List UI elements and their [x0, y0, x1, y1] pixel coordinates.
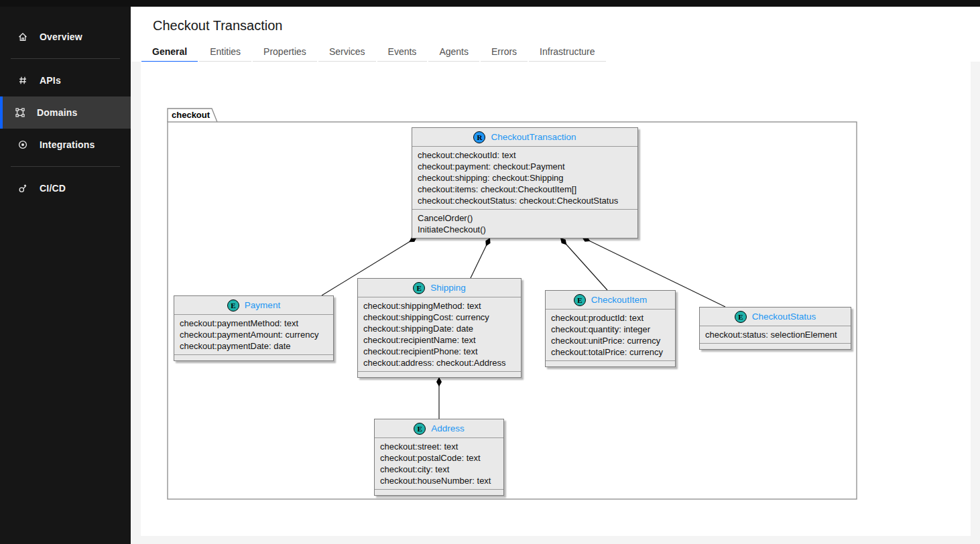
node-attributes: checkout:status: selectionElement [700, 326, 851, 343]
attribute: checkout:shipping: checkout:Shipping [418, 172, 632, 184]
node-header: E Address [375, 419, 503, 438]
sidebar-item-label: CI/CD [40, 183, 66, 194]
attribute: checkout:shippingCost: currency [363, 312, 515, 323]
tab-events[interactable]: Events [377, 41, 428, 63]
entity-node-address[interactable]: E Address checkout:street: text checkout… [374, 419, 504, 496]
tab-services[interactable]: Services [318, 41, 376, 63]
attribute: checkout:unitPrice: currency [551, 335, 670, 346]
entity-node-payment[interactable]: E Payment checkout:paymentMethod: text c… [174, 295, 334, 361]
node-attributes: checkout:productId: text checkout:quanti… [546, 310, 675, 360]
page-title: Checkout Transaction [153, 18, 282, 33]
attribute: checkout:productId: text [551, 312, 670, 324]
node-methods: CancelOrder() InitiateCheckout() [412, 209, 637, 238]
entity-node-checkout-transaction[interactable]: R CheckoutTransaction checkout:checkoutI… [412, 127, 638, 239]
attribute: checkout:recipientPhone: text [363, 346, 515, 357]
node-attributes: checkout:paymentMethod: text checkout:pa… [174, 315, 333, 354]
sidebar-divider [11, 58, 120, 59]
attribute: checkout:items: checkout:CheckoutItem[] [418, 184, 632, 195]
node-methods [358, 371, 521, 377]
domains-icon [15, 107, 25, 118]
node-header: R CheckoutTransaction [412, 128, 637, 147]
attribute: checkout:checkoutStatus: checkout:Checko… [418, 195, 632, 206]
sidebar-item-cicd[interactable]: CI/CD [0, 172, 131, 204]
method: InitiateCheckout() [418, 224, 632, 235]
sidebar-item-label: APIs [40, 75, 61, 86]
attribute: checkout:address: checkout:Address [363, 357, 515, 368]
resource-badge-icon: R [473, 131, 485, 143]
node-attributes: checkout:street: text checkout:postalCod… [375, 438, 503, 489]
node-header: E Payment [174, 296, 333, 315]
entity-badge-icon: E [413, 282, 425, 294]
attribute: checkout:checkoutId: text [418, 149, 632, 161]
node-header: E Shipping [358, 279, 521, 297]
diagram-canvas: checkout R CheckoutTransaction checkout:… [141, 62, 971, 536]
node-methods [700, 343, 851, 349]
node-methods [174, 354, 333, 360]
attribute: checkout:shippingMethod: text [363, 300, 515, 312]
entity-badge-icon: E [735, 311, 747, 323]
attribute: checkout:postalCode: text [380, 452, 498, 464]
tab-bar: General Entities Properties Services Eve… [141, 41, 607, 63]
sidebar: Overview APIs Domains Integrations [0, 0, 131, 544]
attribute: checkout:paymentMethod: text [180, 318, 328, 329]
node-header: E CheckoutItem [546, 291, 675, 310]
integrations-icon [17, 139, 28, 150]
attribute: checkout:shippingDate: date [363, 323, 515, 334]
sidebar-item-overview[interactable]: Overview [0, 21, 131, 53]
top-bar [0, 0, 980, 7]
node-attributes: checkout:checkoutId: text checkout:payme… [412, 147, 637, 209]
node-methods [375, 489, 503, 495]
attribute: checkout:paymentDate: date [180, 340, 328, 352]
attribute: checkout:payment: checkout:Payment [418, 161, 632, 172]
node-title: Payment [245, 300, 280, 310]
node-methods [546, 360, 675, 366]
home-icon [17, 31, 28, 42]
attribute: checkout:paymentAmount: currency [180, 329, 328, 340]
entity-node-checkout-item[interactable]: E CheckoutItem checkout:productId: text … [545, 290, 676, 367]
package-label: checkout [172, 110, 210, 120]
node-title: CheckoutItem [591, 295, 647, 305]
node-attributes: checkout:shippingMethod: text checkout:s… [358, 297, 521, 371]
main-content: Checkout Transaction General Entities Pr… [131, 7, 980, 544]
sidebar-item-integrations[interactable]: Integrations [0, 129, 131, 161]
attribute: checkout:totalPrice: currency [551, 346, 670, 358]
node-title: Address [431, 423, 465, 433]
sidebar-item-label: Integrations [40, 139, 95, 150]
hash-icon [17, 75, 28, 86]
tab-properties[interactable]: Properties [253, 41, 317, 63]
entity-badge-icon: E [414, 423, 426, 435]
attribute: checkout:street: text [380, 441, 498, 452]
node-title: CheckoutTransaction [491, 132, 576, 142]
node-title: Shipping [430, 283, 466, 293]
node-header: E CheckoutStatus [700, 308, 851, 326]
sidebar-divider [11, 166, 120, 167]
tab-infrastructure[interactable]: Infrastructure [529, 41, 605, 63]
entity-badge-icon: E [574, 294, 586, 306]
entity-node-checkout-status[interactable]: E CheckoutStatus checkout:status: select… [699, 307, 851, 350]
content-header: Checkout Transaction General Entities Pr… [131, 7, 980, 62]
attribute: checkout:houseNumber: text [380, 475, 498, 486]
attribute: checkout:quantity: integer [551, 324, 670, 335]
tab-general[interactable]: General [141, 41, 198, 63]
node-title: CheckoutStatus [752, 312, 816, 322]
tab-agents[interactable]: Agents [428, 41, 479, 63]
entity-badge-icon: E [227, 299, 239, 312]
attribute: checkout:recipientName: text [363, 334, 515, 346]
attribute: checkout:city: text [380, 464, 498, 475]
attribute: checkout:status: selectionElement [705, 329, 845, 340]
sidebar-item-label: Domains [37, 107, 78, 118]
sidebar-item-label: Overview [40, 31, 82, 42]
sidebar-item-domains[interactable]: Domains [0, 96, 131, 129]
cicd-icon [17, 183, 28, 194]
entity-node-shipping[interactable]: E Shipping checkout:shippingMethod: text… [357, 278, 522, 378]
sidebar-item-apis[interactable]: APIs [0, 64, 131, 96]
tab-errors[interactable]: Errors [481, 41, 528, 63]
method: CancelOrder() [418, 212, 632, 224]
tab-entities[interactable]: Entities [199, 41, 251, 63]
